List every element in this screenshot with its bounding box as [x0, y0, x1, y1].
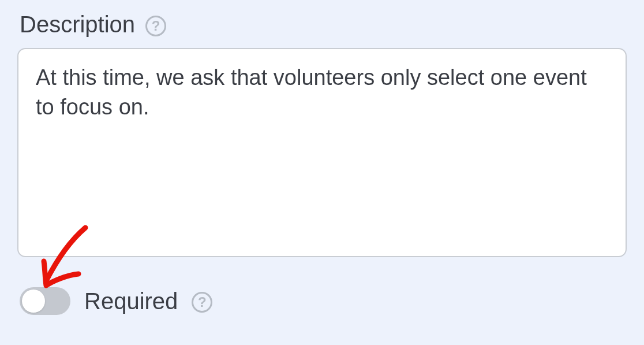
- description-label: Description: [20, 12, 135, 38]
- description-label-row: Description ?: [20, 12, 627, 38]
- required-toggle-row: Required ?: [20, 287, 627, 315]
- toggle-knob: [22, 290, 45, 313]
- help-icon[interactable]: ?: [145, 16, 166, 36]
- description-textarea[interactable]: [17, 48, 627, 257]
- required-label: Required: [84, 288, 178, 314]
- help-icon[interactable]: ?: [192, 292, 212, 313]
- required-toggle[interactable]: [20, 287, 70, 315]
